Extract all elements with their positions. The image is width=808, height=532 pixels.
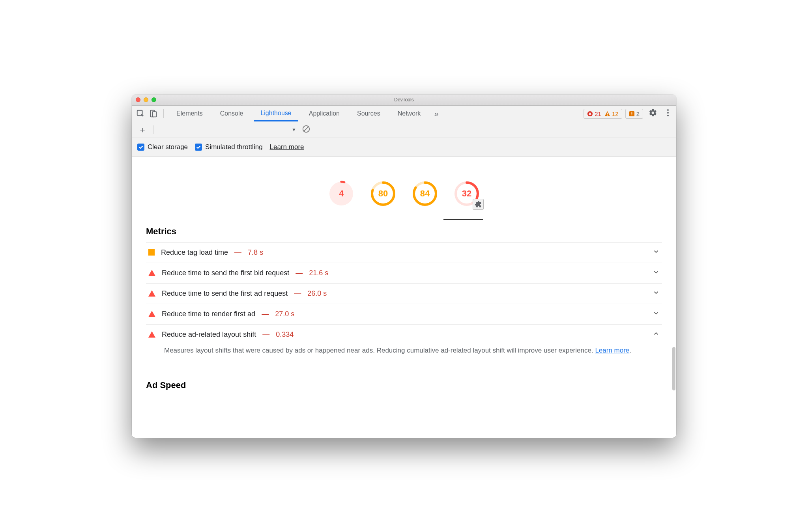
svg-point-9 [667, 109, 669, 111]
simulated-throttling-checkbox[interactable]: Simulated throttling [195, 143, 263, 151]
gauge-score: 4 [328, 181, 354, 207]
separator [163, 109, 164, 118]
clear-icon[interactable] [296, 125, 310, 135]
metric-learn-more-link[interactable]: Learn more [595, 347, 629, 354]
gauge-2[interactable]: 80 [370, 181, 396, 207]
devtools-window: DevTools Elements Console Lighthouse App… [132, 95, 676, 438]
clear-storage-checkbox[interactable]: Clear storage [137, 143, 188, 151]
metrics-heading: Metrics [146, 220, 662, 242]
metric-dash: — [262, 310, 269, 318]
lighthouse-run-bar: ＋ ▼ [132, 122, 676, 138]
inspect-element-icon[interactable] [135, 108, 146, 119]
metric-value: 27.0 s [275, 310, 294, 318]
metric-label: Reduce time to render first ad [162, 310, 255, 318]
metric-description: Measures layout shifts that were caused … [146, 345, 662, 367]
chevron-down-icon [653, 310, 660, 319]
metric-dash: — [296, 269, 303, 277]
metric-label: Reduce time to send the first ad request [162, 289, 288, 298]
triangle-fail-icon [148, 290, 155, 297]
svg-point-11 [667, 115, 669, 116]
chevron-up-icon [653, 330, 660, 339]
dropdown-caret-icon[interactable]: ▼ [292, 127, 296, 133]
ad-speed-heading: Ad Speed [146, 367, 662, 396]
square-warning-icon [148, 249, 155, 256]
issues-count-label: 2 [636, 110, 640, 117]
window-title: DevTools [132, 97, 676, 103]
metric-value: 21.6 s [309, 269, 328, 277]
metric-label: Reduce ad-related layout shift [162, 330, 256, 339]
settings-icon[interactable] [646, 108, 660, 119]
more-tabs-icon[interactable]: » [430, 109, 442, 118]
metric-description-tail: . [629, 347, 631, 354]
tab-application[interactable]: Application [303, 106, 346, 121]
learn-more-link[interactable]: Learn more [270, 143, 304, 151]
toolbar-right: 21 12 2 [584, 108, 673, 119]
chevron-down-icon [653, 289, 660, 298]
gauge-score: 80 [370, 181, 396, 207]
svg-rect-2 [152, 112, 156, 117]
error-count: 21 [587, 110, 601, 117]
svg-rect-5 [607, 115, 608, 116]
metric-dash: — [294, 289, 301, 298]
score-gauges: 4 80 84 32 [132, 157, 676, 217]
tab-lighthouse[interactable]: Lighthouse [254, 106, 297, 121]
svg-line-13 [303, 127, 309, 132]
lighthouse-settings-bar: Clear storage Simulated throttling Learn… [132, 138, 676, 157]
metric-label: Reduce tag load time [161, 248, 228, 257]
titlebar: DevTools [132, 95, 676, 106]
warning-count-label: 12 [612, 110, 619, 117]
metric-description-text: Measures layout shifts that were caused … [164, 347, 595, 354]
svg-rect-8 [631, 114, 632, 115]
triangle-fail-icon [148, 270, 155, 276]
svg-rect-4 [607, 112, 608, 114]
devtools-tabstrip: Elements Console Lighthouse Application … [132, 106, 676, 122]
svg-rect-7 [631, 112, 632, 114]
gauge-1[interactable]: 4 [328, 181, 354, 207]
gauge-score: 84 [412, 181, 438, 207]
clear-storage-label: Clear storage [148, 143, 188, 151]
metric-row[interactable]: Reduce time to render first ad — 27.0 s [146, 304, 662, 324]
metrics-section: Metrics Reduce tag load time — 7.8 s Red… [132, 220, 676, 412]
tab-console[interactable]: Console [214, 106, 250, 121]
tab-elements[interactable]: Elements [170, 106, 209, 121]
metric-dash: — [234, 248, 241, 257]
triangle-fail-icon [148, 311, 155, 317]
triangle-fail-icon [148, 331, 155, 338]
lighthouse-report: 4 80 84 32 Metrics [132, 157, 676, 438]
active-gauge-underline [443, 219, 483, 220]
metric-dash: — [262, 330, 269, 339]
plugin-puzzle-icon [473, 199, 484, 210]
metric-value: 0.334 [276, 330, 294, 339]
issues-pill[interactable]: 2 [625, 109, 643, 119]
checkbox-checked-icon [195, 144, 202, 151]
simulated-throttling-label: Simulated throttling [205, 143, 263, 151]
more-menu-icon[interactable] [663, 109, 673, 118]
warning-count: 12 [604, 110, 619, 117]
chevron-down-icon [653, 269, 660, 278]
metric-row[interactable]: Reduce tag load time — 7.8 s [146, 242, 662, 263]
tab-sources[interactable]: Sources [351, 106, 387, 121]
metric-row-expanded[interactable]: Reduce ad-related layout shift — 0.334 [146, 324, 662, 345]
svg-point-10 [667, 112, 669, 114]
console-status-pill[interactable]: 21 12 [584, 109, 622, 119]
metric-value: 26.0 s [307, 289, 327, 298]
checkbox-checked-icon [137, 144, 144, 151]
metric-row[interactable]: Reduce time to send the first bid reques… [146, 263, 662, 283]
metric-label: Reduce time to send the first bid reques… [162, 269, 289, 277]
metric-value: 7.8 s [248, 248, 263, 257]
error-count-label: 21 [595, 110, 601, 117]
scrollbar-thumb[interactable] [672, 347, 675, 390]
separator [153, 125, 153, 134]
gauge-3[interactable]: 84 [412, 181, 438, 207]
device-toolbar-icon[interactable] [148, 108, 159, 119]
gauge-4-plugin[interactable]: 32 [454, 181, 480, 207]
tab-network[interactable]: Network [391, 106, 427, 121]
chevron-down-icon [653, 248, 660, 257]
metric-row[interactable]: Reduce time to send the first ad request… [146, 283, 662, 304]
issues-count: 2 [629, 110, 640, 117]
new-report-button[interactable]: ＋ [136, 124, 149, 136]
